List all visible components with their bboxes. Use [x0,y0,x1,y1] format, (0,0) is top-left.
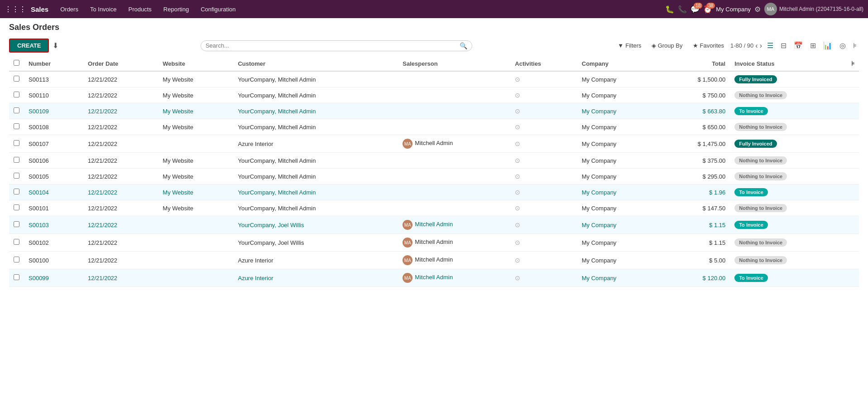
col-total[interactable]: Total [660,56,730,71]
cell-activity[interactable]: ⊙ [510,87,577,103]
cell-customer[interactable]: YourCompany, Mitchell Admin [233,169,398,185]
col-activities[interactable]: Activities [510,56,577,71]
row-checkbox[interactable] [14,257,19,262]
cell-activity[interactable]: ⊙ [510,252,577,269]
create-button[interactable]: CREATE [9,39,49,53]
col-settings-icon[interactable]: ⊧ [851,60,854,67]
search-icon[interactable]: 🔍 [460,42,467,49]
cell-customer[interactable]: Azure Interior [233,269,398,287]
cell-number[interactable]: S00099 [24,269,83,287]
chat-icon[interactable]: 💬18 [691,5,700,14]
nav-configuration[interactable]: Configuration [195,3,241,15]
cell-activity[interactable]: ⊙ [510,169,577,185]
row-checkbox[interactable] [14,274,19,280]
table-row: S00106 12/21/2022 My Website YourCompany… [9,153,859,169]
table-row: S00105 12/21/2022 My Website YourCompany… [9,169,859,185]
row-checkbox[interactable] [14,239,19,245]
row-checkbox[interactable] [14,76,19,82]
search-input[interactable] [206,42,460,49]
row-checkbox[interactable] [14,157,19,163]
cell-activity[interactable]: ⊙ [510,234,577,252]
clock-icon[interactable]: ⏰38 [703,5,712,14]
next-page-button[interactable]: › [760,42,762,50]
cell-number[interactable]: S00109 [24,103,83,119]
download-button[interactable]: ⬇ [53,41,58,50]
apps-menu-icon[interactable]: ⋮⋮⋮ [5,5,26,14]
groupby-button[interactable]: ◈ Group By [648,40,686,51]
cell-number[interactable]: S00110 [24,87,83,103]
cell-number[interactable]: S00108 [24,119,83,135]
nav-reporting[interactable]: Reporting [158,3,194,15]
favorites-button[interactable]: ★ Favorites [689,40,728,51]
cell-activity[interactable]: ⊙ [510,200,577,216]
cell-activity[interactable]: ⊙ [510,103,577,119]
user-label: Mitchell Admin (22047135-16-0-all) [779,6,863,12]
col-company[interactable]: Company [577,56,660,71]
settings-columns-button[interactable]: ⊧ [851,40,859,51]
row-checkbox[interactable] [14,173,19,179]
cell-customer[interactable]: YourCompany, Mitchell Admin [233,200,398,216]
row-checkbox[interactable] [14,221,19,227]
cell-customer[interactable]: YourCompany, Mitchell Admin [233,103,398,119]
user-menu[interactable]: MA Mitchell Admin (22047135-16-0-all) [764,3,863,15]
pivot-view-button[interactable]: ⊞ [808,40,818,51]
cell-total: $ 1,475.00 [660,135,730,153]
cell-customer[interactable]: YourCompany, Mitchell Admin [233,87,398,103]
calendar-view-button[interactable]: 📅 [791,40,805,51]
row-checkbox[interactable] [14,140,19,146]
cell-number[interactable]: S00106 [24,153,83,169]
cell-company: My Company [577,71,660,87]
cell-activity[interactable]: ⊙ [510,71,577,87]
bug-icon[interactable]: 🐛 [665,5,674,14]
list-view-button[interactable]: ☰ [765,40,776,51]
col-invoice-status[interactable]: Invoice Status [730,56,847,71]
row-checkbox[interactable] [14,107,19,113]
kanban-view-button[interactable]: ⊟ [778,40,789,51]
nav-orders[interactable]: Orders [55,3,84,15]
col-salesperson[interactable]: Salesperson [398,56,510,71]
col-customer[interactable]: Customer [233,56,398,71]
cell-customer[interactable]: Azure Interior [233,252,398,269]
cell-activity[interactable]: ⊙ [510,185,577,200]
cell-activity[interactable]: ⊙ [510,269,577,287]
col-number[interactable]: Number [24,56,83,71]
cell-customer[interactable]: YourCompany, Mitchell Admin [233,71,398,87]
col-order-date[interactable]: Order Date [83,56,158,71]
cell-activity[interactable]: ⊙ [510,119,577,135]
tools-icon[interactable]: ⚙ [754,5,761,14]
graph-view-button[interactable]: 📊 [821,40,834,51]
phone-icon[interactable]: 📞 [678,5,687,14]
salesperson-avatar: MA [403,139,412,149]
cell-number[interactable]: S00105 [24,169,83,185]
cell-activity[interactable]: ⊙ [510,216,577,234]
row-checkbox[interactable] [14,189,19,194]
cell-activity[interactable]: ⊙ [510,135,577,153]
cell-number[interactable]: S00101 [24,200,83,216]
cell-company: My Company [577,87,660,103]
prev-page-button[interactable]: ‹ [755,42,758,50]
cell-customer[interactable]: YourCompany, Joel Willis [233,234,398,252]
cell-customer[interactable]: YourCompany, Mitchell Admin [233,153,398,169]
nav-products[interactable]: Products [123,3,157,15]
cell-customer[interactable]: YourCompany, Mitchell Admin [233,119,398,135]
cell-customer[interactable]: YourCompany, Joel Willis [233,216,398,234]
cell-number[interactable]: S00104 [24,185,83,200]
filters-button[interactable]: ▼ Filters [614,40,645,51]
cell-number[interactable]: S00102 [24,234,83,252]
cell-activity[interactable]: ⊙ [510,153,577,169]
nav-to-invoice[interactable]: To Invoice [85,3,122,15]
activity-view-button[interactable]: ◎ [837,40,848,51]
cell-number[interactable]: S00107 [24,135,83,153]
col-website[interactable]: Website [158,56,233,71]
cell-number[interactable]: S00113 [24,71,83,87]
row-checkbox[interactable] [14,123,19,129]
select-all-checkbox[interactable] [14,60,19,66]
cell-number[interactable]: S00103 [24,216,83,234]
row-checkbox[interactable] [14,92,19,97]
cell-customer[interactable]: Azure Interior [233,135,398,153]
cell-number[interactable]: S00100 [24,252,83,269]
brand-label[interactable]: Sales [31,5,48,13]
row-checkbox[interactable] [14,204,19,210]
cell-date: 12/21/2022 [83,119,158,135]
cell-customer[interactable]: YourCompany, Mitchell Admin [233,185,398,200]
